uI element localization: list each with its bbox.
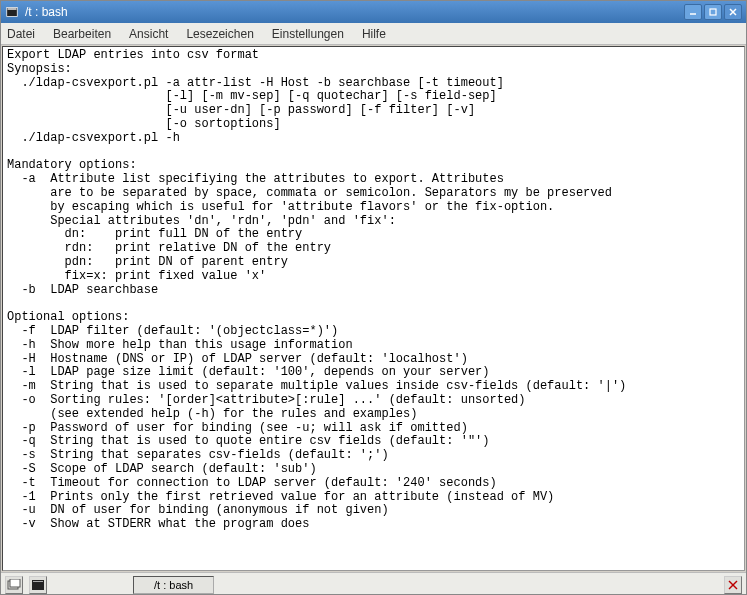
titlebar: /t : bash	[1, 1, 746, 23]
window-controls	[684, 4, 742, 20]
svg-rect-3	[710, 9, 716, 15]
task-button[interactable]: /t : bash	[133, 576, 214, 594]
menu-bearbeiten[interactable]: Bearbeiten	[53, 27, 111, 41]
terminal-output[interactable]: Export LDAP entries into csv format Syno…	[2, 46, 745, 571]
svg-rect-1	[8, 8, 17, 10]
close-tab-button[interactable]	[724, 576, 742, 594]
window-title: /t : bash	[25, 5, 684, 19]
menu-hilfe[interactable]: Hilfe	[362, 27, 386, 41]
menu-datei[interactable]: Datei	[7, 27, 35, 41]
svg-rect-7	[10, 579, 20, 587]
terminal-icon[interactable]	[29, 576, 47, 594]
maximize-button[interactable]	[704, 4, 722, 20]
minimize-button[interactable]	[684, 4, 702, 20]
menu-lesezeichen[interactable]: Lesezeichen	[186, 27, 253, 41]
taskbar: /t : bash	[1, 572, 746, 595]
menu-ansicht[interactable]: Ansicht	[129, 27, 168, 41]
app-icon	[5, 5, 19, 19]
close-button[interactable]	[724, 4, 742, 20]
svg-rect-9	[33, 581, 43, 582]
new-tab-button[interactable]	[5, 576, 23, 594]
menu-einstellungen[interactable]: Einstellungen	[272, 27, 344, 41]
menubar: Datei Bearbeiten Ansicht Lesezeichen Ein…	[1, 23, 746, 45]
